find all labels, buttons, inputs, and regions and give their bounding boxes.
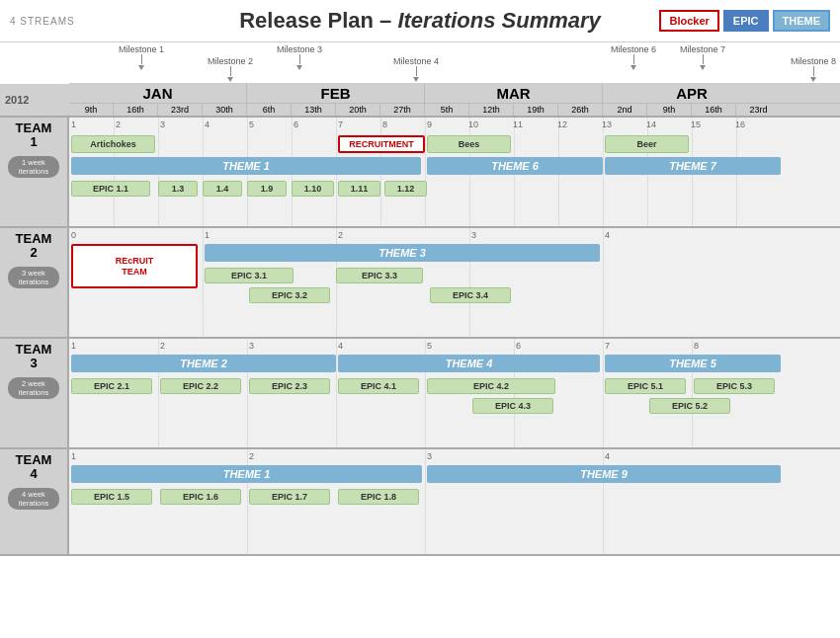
team3-row: TEAM3 2 weekiterations 1 2 3 4 5 6 7 [0, 339, 840, 449]
date-apr-16: 16th [692, 104, 736, 116]
page-title: Release Plan – Iterations Summary [239, 8, 601, 34]
year-label: 2012 [5, 94, 29, 106]
t3-iter-4: 4 [338, 341, 343, 351]
epic-5-3: EPIC 5.3 [694, 378, 775, 394]
milestone-8: Milestone 8 [791, 56, 836, 66]
date-apr-23: 23rd [736, 104, 781, 116]
t3-iter-3: 3 [249, 341, 254, 351]
t2-iter-3: 3 [471, 230, 476, 240]
epic-3-4: EPIC 3.4 [430, 287, 511, 303]
iter-num-13: 13 [602, 120, 612, 129]
team1-content: 1 2 3 4 5 6 7 8 9 10 11 12 13 14 15 16 A… [69, 118, 840, 226]
epic-1-8: EPIC 1.8 [338, 489, 419, 505]
team1-iterations: 1 weekiterations [8, 156, 59, 178]
epic-1-10: 1.10 [292, 181, 334, 197]
theme-badge[interactable]: THEME [773, 10, 831, 32]
t4-iter-2: 2 [249, 451, 254, 461]
t3-iter-6: 6 [516, 341, 521, 351]
team4-iterations: 4 weekiterations [8, 488, 59, 510]
t3-iter-8: 8 [694, 341, 699, 351]
recruit-team-box: REcRUITTEAM [71, 244, 198, 288]
team2-content: 0 1 2 3 4 REcRUITTEAM THEME 3 EPIC 3.1 E… [69, 228, 840, 337]
epic-1-3: 1.3 [158, 181, 198, 197]
team3-name: TEAM3 [16, 343, 52, 371]
epic-4-1: EPIC 4.1 [338, 378, 419, 394]
month-apr: APR [603, 84, 781, 103]
epic-1-11: 1.11 [338, 181, 380, 197]
theme7-bar: THEME 7 [605, 157, 781, 175]
epic-badge[interactable]: EPIC [723, 10, 769, 32]
theme9-bar: THEME 9 [427, 465, 781, 483]
date-feb-6: 6th [247, 104, 292, 116]
month-feb: FEB [247, 84, 425, 103]
team1-label: TEAM1 1 weekiterations [0, 118, 69, 226]
iter-num-4: 4 [205, 120, 210, 129]
epic-4-2: EPIC 4.2 [427, 378, 555, 394]
milestone-1: Milestone 1 [119, 44, 164, 54]
blocker-badge[interactable]: Blocker [659, 10, 718, 32]
t2-iter-2: 2 [338, 230, 343, 240]
theme3-bar: THEME 3 [205, 244, 600, 262]
milestone-3: Milestone 3 [277, 44, 322, 54]
epic-3-2: EPIC 3.2 [249, 287, 330, 303]
team2-name: TEAM2 [16, 232, 52, 261]
epic-2-2: EPIC 2.2 [160, 378, 241, 394]
date-feb-20: 20th [336, 104, 380, 116]
theme1-bar-t4: THEME 1 [71, 465, 422, 483]
date-feb-27: 27th [380, 104, 425, 116]
epic-1-6: EPIC 1.6 [160, 489, 241, 505]
beer-bar: Beer [605, 135, 689, 153]
date-mar-5: 5th [425, 104, 469, 116]
milestone-4: Milestone 4 [393, 56, 439, 66]
epic-4-3: EPIC 4.3 [472, 398, 553, 414]
team1-name: TEAM1 [16, 121, 52, 150]
iter-num-1: 1 [71, 120, 76, 129]
artichokes-bar: Artichokes [71, 135, 155, 153]
t4-iter-4: 4 [605, 451, 610, 461]
theme4-bar: THEME 4 [338, 355, 600, 372]
theme1-bar-t1: THEME 1 [71, 157, 421, 175]
iter-num-16: 16 [735, 120, 745, 129]
epic-2-1: EPIC 2.1 [71, 378, 152, 394]
iter-num-11: 11 [513, 120, 523, 129]
theme6-bar: THEME 6 [427, 157, 603, 175]
iter-num-6: 6 [294, 120, 298, 129]
t3-iter-5: 5 [427, 341, 432, 351]
badge-group: Blocker EPIC THEME [659, 10, 830, 32]
team4-label: TEAM4 4 weekiterations [0, 449, 69, 554]
header: 4 STREAMS Release Plan – Iterations Summ… [0, 0, 840, 42]
date-mar-19: 19th [514, 104, 558, 116]
recruitment-bar: RECRUITMENT [338, 135, 425, 153]
t3-iter-2: 2 [160, 341, 165, 351]
team4-content: 1 2 3 4 THEME 1 THEME 9 EPIC 1.5 EPIC 1.… [69, 449, 840, 554]
t2-iter-0: 0 [71, 230, 76, 240]
t3-iter-1: 1 [71, 341, 76, 351]
streams-label: 4 STREAMS [10, 16, 75, 27]
date-jan-30: 30th [203, 104, 247, 116]
iter-num-5: 5 [249, 120, 254, 129]
date-feb-13: 13th [292, 104, 336, 116]
team2-row: TEAM2 3 weekiterations 0 1 2 3 4 REcRUIT… [0, 228, 840, 339]
team4-name: TEAM4 [16, 453, 52, 482]
date-jan-16: 16th [114, 104, 158, 116]
theme5-bar: THEME 5 [605, 355, 781, 372]
epic-5-2: EPIC 5.2 [649, 398, 730, 414]
iter-num-9: 9 [427, 120, 432, 129]
epic-3-1: EPIC 3.1 [205, 268, 294, 283]
milestone-7: Milestone 7 [680, 44, 725, 54]
date-mar-12: 12th [469, 104, 514, 116]
team4-row: TEAM4 4 weekiterations 1 2 3 4 THEME 1 T… [0, 449, 840, 556]
date-apr-9: 9th [647, 104, 692, 116]
t4-iter-1: 1 [71, 451, 76, 461]
t4-iter-3: 3 [427, 451, 432, 461]
page: 4 STREAMS Release Plan – Iterations Summ… [0, 0, 840, 638]
epic-5-1: EPIC 5.1 [605, 378, 686, 394]
epic-1-5: EPIC 1.5 [71, 489, 152, 505]
month-jan: JAN [69, 84, 247, 103]
bees-bar: Bees [427, 135, 511, 153]
team1-row: TEAM1 1 weekiterations [0, 118, 840, 228]
date-jan-9: 9th [69, 104, 114, 116]
t3-iter-7: 7 [605, 341, 610, 351]
epic-1-4: 1.4 [203, 181, 242, 197]
iter-num-3: 3 [160, 120, 165, 129]
